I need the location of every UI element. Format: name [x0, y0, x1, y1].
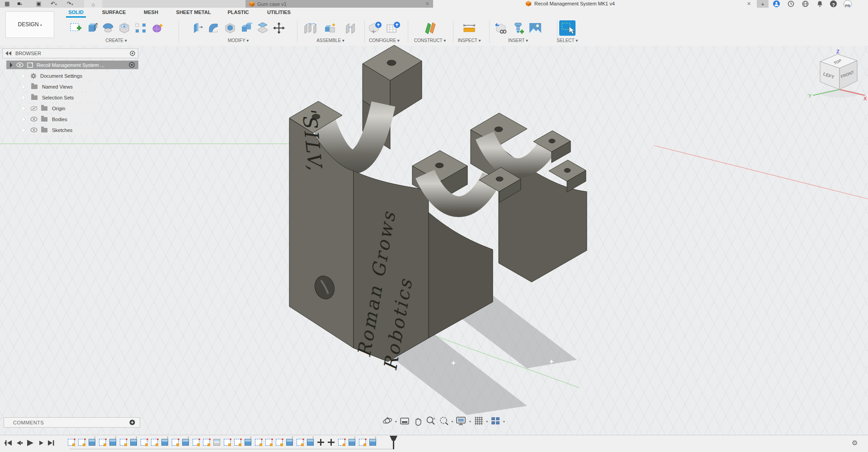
document-tab-gum-case[interactable]: Gum case v1 ✕: [245, 0, 433, 8]
sketch-feature[interactable]: [141, 439, 147, 446]
sketch-feature[interactable]: [78, 439, 85, 446]
extrude-feature[interactable]: [182, 439, 189, 446]
sketch-feature[interactable]: [68, 439, 75, 446]
play-button[interactable]: [27, 440, 33, 446]
help-icon[interactable]: ?: [830, 0, 837, 7]
extrude-feature[interactable]: [286, 439, 293, 446]
browser-item-bodies[interactable]: Bodies: [21, 115, 93, 123]
profile-icon[interactable]: [773, 0, 780, 7]
file-menu-icon[interactable]: ■▾: [17, 0, 22, 8]
group-label-assemble[interactable]: ASSEMBLE ▾: [303, 38, 358, 43]
combine-icon[interactable]: [238, 20, 255, 36]
measure-icon[interactable]: [461, 20, 477, 36]
as-built-joint-icon[interactable]: [340, 20, 360, 36]
look-at-icon[interactable]: [399, 415, 410, 428]
shell-icon[interactable]: [222, 20, 238, 36]
panel-options-icon[interactable]: [130, 51, 135, 56]
close-tab-icon[interactable]: ✕: [747, 1, 751, 7]
timeline-playhead-stem[interactable]: [393, 437, 394, 449]
sketch-feature[interactable]: [359, 439, 366, 446]
extrude-feature[interactable]: [89, 439, 95, 446]
pan-icon[interactable]: [412, 415, 423, 428]
tab-surface[interactable]: SURFACE: [99, 8, 128, 17]
viewports-dropdown-caret[interactable]: ▾: [503, 420, 505, 424]
browser-item-sketches[interactable]: Sketches: [21, 126, 98, 134]
expand-open-icon[interactable]: [7, 62, 12, 67]
browser-item-document-settings[interactable]: Document Settings: [21, 71, 115, 80]
extrude-feature[interactable]: [349, 439, 355, 446]
sketch-feature[interactable]: [224, 439, 231, 446]
group-label-select[interactable]: SELECT ▾: [540, 38, 594, 43]
save-icon[interactable]: ▣: [36, 0, 41, 7]
group-label-modify[interactable]: MODIFY ▾: [211, 38, 265, 43]
sketch-feature[interactable]: [120, 439, 127, 446]
sketch-feature[interactable]: [203, 439, 210, 446]
tab-sheet-metal[interactable]: SHEET METAL: [174, 8, 213, 17]
zoom-icon[interactable]: ±: [425, 415, 436, 428]
activate-component-icon[interactable]: [129, 62, 135, 68]
sketch-feature[interactable]: [255, 439, 262, 446]
extrude-feature[interactable]: [161, 439, 168, 446]
user-avatar[interactable]: RB: [844, 0, 852, 8]
collapse-panel-icon[interactable]: [5, 51, 12, 56]
orbit-icon[interactable]: [382, 415, 393, 428]
create-sketch-icon[interactable]: [67, 20, 84, 36]
offset-plane-icon[interactable]: [422, 20, 438, 36]
configure-icon[interactable]: [366, 20, 384, 36]
visibility-eye-icon[interactable]: [30, 127, 38, 132]
close-tab-icon[interactable]: ✕: [425, 1, 429, 7]
expand-closed-icon[interactable]: [23, 74, 26, 78]
step-back-button[interactable]: [17, 441, 23, 445]
new-tab-button[interactable]: +: [757, 0, 769, 8]
go-to-start-button[interactable]: [5, 440, 12, 446]
expand-closed-icon[interactable]: [23, 85, 26, 89]
sketch-feature[interactable]: [151, 439, 158, 446]
tab-solid[interactable]: SOLID: [66, 8, 86, 17]
insert-fastener-icon[interactable]: [509, 20, 527, 36]
sketch-feature[interactable]: [234, 439, 241, 446]
add-comment-icon[interactable]: [129, 419, 135, 425]
browser-item-selection-sets[interactable]: Selection Sets: [21, 93, 104, 102]
go-to-end-button[interactable]: [48, 440, 54, 446]
app-grid-icon[interactable]: ▦: [5, 0, 9, 7]
joint-icon[interactable]: [301, 20, 321, 36]
configuration-table-icon[interactable]: [384, 20, 402, 36]
workspace-switcher[interactable]: DESIGN ▾: [5, 11, 54, 38]
extrude-feature[interactable]: [369, 439, 376, 446]
expand-closed-icon[interactable]: [23, 128, 26, 132]
sketch-feature[interactable]: [99, 439, 106, 446]
group-label-create[interactable]: CREATE ▾: [89, 38, 143, 43]
hole-icon[interactable]: [116, 20, 132, 36]
tab-plastic[interactable]: PLASTIC: [225, 8, 251, 17]
split-feature[interactable]: [213, 439, 220, 446]
press-pull-icon[interactable]: [189, 20, 206, 36]
group-label-insert[interactable]: INSERT ▾: [491, 38, 545, 43]
zoom-window-icon[interactable]: [439, 415, 449, 428]
sketch-feature[interactable]: [265, 439, 272, 446]
split-body-icon[interactable]: [255, 20, 271, 36]
select-icon[interactable]: [559, 20, 576, 36]
undo-icon[interactable]: ↶▾: [51, 0, 57, 8]
display-dropdown-caret[interactable]: ▾: [469, 420, 471, 424]
extrude-feature[interactable]: [307, 439, 314, 446]
timeline-options-gear-icon[interactable]: ⚙: [852, 439, 858, 447]
sketch-feature[interactable]: [193, 439, 199, 446]
expand-closed-icon[interactable]: [23, 117, 26, 122]
sketch-feature[interactable]: [297, 439, 303, 446]
visibility-eye-off-icon[interactable]: [30, 106, 38, 111]
group-label-inspect[interactable]: INSPECT ▾: [442, 38, 496, 43]
insert-derive-icon[interactable]: [492, 20, 509, 36]
expand-closed-icon[interactable]: [23, 106, 26, 111]
comments-panel[interactable]: COMMENTS: [4, 417, 140, 428]
pattern-icon[interactable]: [132, 20, 149, 36]
display-settings-icon[interactable]: [455, 415, 467, 428]
sketch-feature[interactable]: [172, 439, 179, 446]
tab-mesh[interactable]: MESH: [141, 8, 161, 17]
extrude-feature[interactable]: [109, 439, 116, 446]
zoom-dropdown-caret[interactable]: ▾: [452, 420, 453, 424]
browser-item-named-views[interactable]: Named Views: [21, 82, 100, 91]
sketch-feature[interactable]: [338, 439, 345, 446]
browser-item-origin[interactable]: Origin: [21, 104, 96, 113]
grid-dropdown-caret[interactable]: ▾: [486, 420, 488, 424]
new-component-icon[interactable]: [321, 20, 340, 36]
